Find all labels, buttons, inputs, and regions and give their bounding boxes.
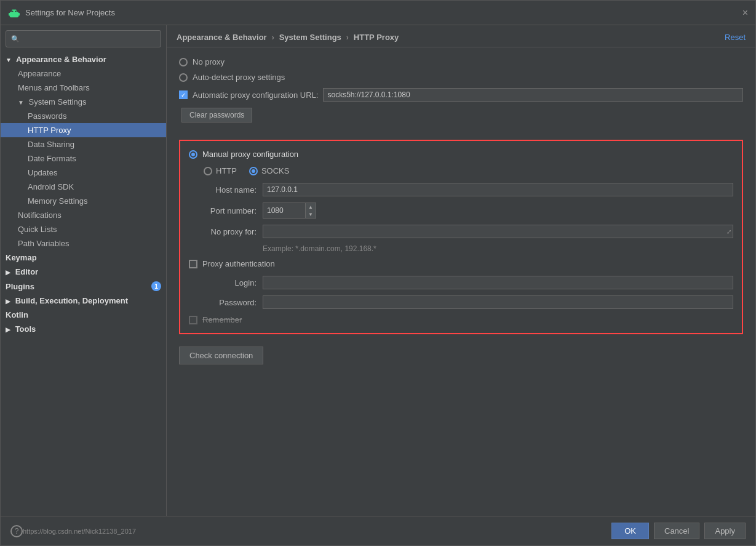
sidebar-item-passwords[interactable]: Passwords xyxy=(1,109,166,123)
sidebar-item-notifications[interactable]: Notifications xyxy=(1,208,166,222)
sidebar-item-memory-settings[interactable]: Memory Settings xyxy=(1,194,166,208)
sidebar-item-menus-toolbars[interactable]: Menus and Toolbars xyxy=(1,81,166,95)
port-spinner: ▲ ▼ xyxy=(306,203,316,219)
host-name-input[interactable] xyxy=(263,183,733,196)
password-label: Password: xyxy=(189,298,257,307)
proxy-auth-row: Proxy authentication xyxy=(189,259,733,268)
auto-detect-radio[interactable] xyxy=(179,73,188,82)
sidebar-item-path-variables[interactable]: Path Variables xyxy=(1,236,166,251)
sidebar-label: Kotlin xyxy=(6,310,28,319)
sidebar-label: Quick Lists xyxy=(18,225,57,234)
auto-proxy-url-checkbox[interactable] xyxy=(179,90,188,99)
sidebar-item-appearance[interactable]: Appearance xyxy=(1,66,166,81)
sidebar-label: Menus and Toolbars xyxy=(18,83,90,92)
breadcrumb-part-2: System Settings xyxy=(279,33,341,42)
close-button[interactable]: × xyxy=(742,7,748,18)
sidebar-item-editor[interactable]: ▶ Editor xyxy=(1,265,166,279)
http-option: HTTP xyxy=(204,166,237,175)
remember-label: Remember xyxy=(202,315,242,324)
sidebar-item-data-sharing[interactable]: Data Sharing xyxy=(1,137,166,151)
clear-passwords-button[interactable]: Clear passwords xyxy=(181,108,252,122)
sidebar-item-android-sdk[interactable]: Android SDK xyxy=(1,180,166,194)
main-content: 🔍 ▼ Appearance & Behavior Appearance Men… xyxy=(1,25,755,516)
socks-option: SOCKS xyxy=(249,166,290,175)
reset-button[interactable]: Reset xyxy=(725,33,746,42)
port-decrement-button[interactable]: ▼ xyxy=(306,211,316,218)
no-proxy-label: No proxy xyxy=(193,57,225,66)
socks-radio[interactable] xyxy=(249,167,258,175)
http-radio[interactable] xyxy=(204,167,212,175)
sidebar-item-keymap[interactable]: Keymap xyxy=(1,251,166,265)
password-input[interactable] xyxy=(263,295,733,309)
sidebar-item-date-formats[interactable]: Date Formats xyxy=(1,151,166,166)
check-connection-button[interactable]: Check connection xyxy=(179,347,263,364)
sidebar-label: Memory Settings xyxy=(28,196,88,206)
expand-arrow: ▶ xyxy=(6,269,10,276)
svg-rect-5 xyxy=(18,13,20,16)
sidebar-item-system-settings[interactable]: ▼ System Settings xyxy=(1,95,166,109)
bottom-actions: OK Cancel Apply xyxy=(611,523,746,539)
auto-proxy-url-input[interactable] xyxy=(323,88,743,102)
proxy-auth-label: Proxy authentication xyxy=(202,259,275,268)
breadcrumb: Appearance & Behavior › System Settings … xyxy=(177,33,399,42)
apply-button[interactable]: Apply xyxy=(704,523,746,539)
sidebar-item-quick-lists[interactable]: Quick Lists xyxy=(1,222,166,236)
port-number-input[interactable] xyxy=(263,203,306,219)
search-icon: 🔍 xyxy=(11,35,20,43)
login-input[interactable] xyxy=(263,276,733,289)
panel-body: No proxy Auto-detect proxy settings Auto… xyxy=(167,47,755,516)
sidebar-item-build-execution[interactable]: ▶ Build, Execution, Deployment xyxy=(1,294,166,308)
auto-detect-row: Auto-detect proxy settings xyxy=(179,73,743,82)
plugins-badge: 1 xyxy=(151,281,161,291)
svg-point-2 xyxy=(12,10,14,12)
help-button[interactable]: ? xyxy=(10,525,23,537)
remember-checkbox[interactable] xyxy=(189,316,197,324)
search-input[interactable] xyxy=(23,34,156,43)
no-proxy-for-row: No proxy for: ⤢ xyxy=(189,225,733,238)
title-bar: Settings for New Projects × xyxy=(1,1,755,25)
breadcrumb-bar: Appearance & Behavior › System Settings … xyxy=(167,25,755,47)
port-input-group: ▲ ▼ xyxy=(263,203,316,219)
no-proxy-for-input[interactable] xyxy=(263,225,733,238)
android-icon xyxy=(8,7,20,19)
svg-rect-4 xyxy=(9,13,10,16)
manual-proxy-box: Manual proxy configuration HTTP SOCKS xyxy=(179,140,743,334)
breadcrumb-part-1: Appearance & Behavior xyxy=(177,33,267,42)
sidebar-label: Plugins xyxy=(6,282,34,291)
ok-button[interactable]: OK xyxy=(611,523,649,539)
example-text: Example: *.domain.com, 192.168.* xyxy=(263,244,733,253)
sidebar-label: HTTP Proxy xyxy=(28,126,71,135)
socks-label: SOCKS xyxy=(261,166,290,175)
expand-arrow: ▶ xyxy=(6,298,10,305)
manual-proxy-header: Manual proxy configuration xyxy=(189,150,733,159)
expand-arrow: ▼ xyxy=(6,57,12,63)
breadcrumb-part-3: HTTP Proxy xyxy=(354,33,399,42)
no-proxy-for-label: No proxy for: xyxy=(189,227,257,236)
sidebar-item-updates[interactable]: Updates xyxy=(1,166,166,180)
manual-proxy-radio[interactable] xyxy=(189,150,197,159)
remember-row: Remember xyxy=(189,315,733,324)
sidebar: 🔍 ▼ Appearance & Behavior Appearance Men… xyxy=(1,25,167,516)
sidebar-item-plugins[interactable]: Plugins 1 xyxy=(1,279,166,294)
sidebar-item-http-proxy[interactable]: HTTP Proxy xyxy=(1,123,166,137)
expand-icon[interactable]: ⤢ xyxy=(726,228,731,235)
sidebar-item-tools[interactable]: ▶ Tools xyxy=(1,322,166,336)
svg-point-3 xyxy=(15,10,16,12)
no-proxy-row: No proxy xyxy=(179,57,743,66)
sidebar-label: Keymap xyxy=(6,253,37,262)
sidebar-label: System Settings xyxy=(29,97,87,106)
sidebar-label: Appearance xyxy=(18,69,61,78)
proxy-auth-checkbox[interactable] xyxy=(189,260,197,268)
cancel-button[interactable]: Cancel xyxy=(654,523,699,539)
breadcrumb-sep-1: › xyxy=(272,33,274,42)
breadcrumb-sep-2: › xyxy=(346,33,349,42)
sidebar-label: Data Sharing xyxy=(28,140,74,149)
sidebar-item-kotlin[interactable]: Kotlin xyxy=(1,308,166,322)
search-box[interactable]: 🔍 xyxy=(6,30,161,47)
no-proxy-radio[interactable] xyxy=(179,58,188,66)
settings-window: Settings for New Projects × 🔍 ▼ Appearan… xyxy=(0,0,756,546)
sidebar-item-appearance-behavior[interactable]: ▼ Appearance & Behavior xyxy=(1,52,166,66)
sidebar-label: Date Formats xyxy=(28,154,76,163)
port-increment-button[interactable]: ▲ xyxy=(306,203,316,211)
auto-proxy-url-row: Automatic proxy configuration URL: xyxy=(179,88,743,102)
